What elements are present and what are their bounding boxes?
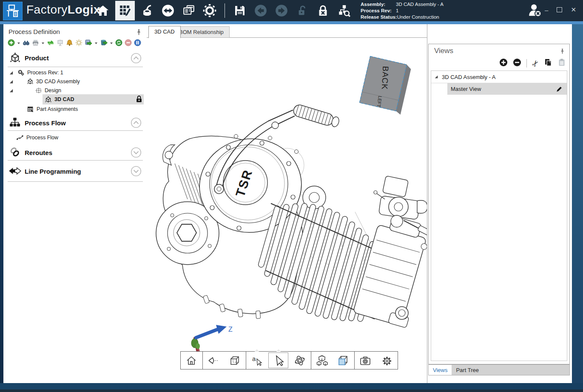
viewport-settings-button[interactable]: [376, 352, 398, 369]
feeder-icon: [141, 4, 154, 17]
line-programming-section-header[interactable]: Line Programming: [25, 168, 81, 175]
exchange-button[interactable]: [47, 39, 54, 48]
unlock-icon: [296, 5, 308, 17]
process-rev-value: 1: [396, 8, 398, 14]
process-rev-label: Process Rev:: [361, 8, 396, 14]
cut-button[interactable]: ✂: [529, 58, 541, 69]
edit-pencil-icon[interactable]: [556, 86, 563, 93]
window-controls: – ✕: [545, 6, 576, 14]
pin-icon[interactable]: [135, 28, 142, 36]
notify-button[interactable]: [66, 39, 73, 48]
tree-item-assembly[interactable]: 3D CAD Assembly: [9, 77, 80, 86]
feeder-setup-button[interactable]: [139, 1, 156, 20]
redo-button[interactable]: [273, 1, 290, 20]
presentation-button[interactable]: [57, 39, 64, 48]
factorylogix-logo: [3, 2, 23, 20]
add-dropdown-caret[interactable]: [17, 42, 20, 44]
design-icon: [35, 87, 42, 94]
scissors-icon: ✂: [530, 58, 541, 68]
remove-view-button[interactable]: [513, 58, 521, 68]
archive-button[interactable]: [100, 39, 108, 48]
home-view-button[interactable]: [181, 352, 202, 369]
close-button[interactable]: ✕: [571, 6, 576, 14]
wireframe-mode-button[interactable]: [224, 352, 246, 369]
archive-dropdown-caret[interactable]: [110, 42, 113, 44]
copy-icon: [544, 58, 552, 67]
pause-button[interactable]: [134, 39, 141, 48]
audit-trail-button[interactable]: [336, 1, 353, 20]
sidebar-toolbar: [8, 39, 141, 48]
expander-icon[interactable]: [9, 88, 14, 93]
tree-item-design[interactable]: Design: [9, 86, 61, 95]
text-select-button[interactable]: a: [246, 352, 268, 369]
config-button[interactable]: [75, 39, 82, 48]
reroutes-section-header[interactable]: Reroutes: [25, 149, 52, 156]
lock-button[interactable]: [315, 1, 332, 20]
explode-view-button[interactable]: [311, 352, 333, 369]
reroutes-expand-icon[interactable]: [131, 147, 142, 158]
line-programming-expand-icon[interactable]: [131, 166, 142, 177]
tree-item-process-rev[interactable]: Process Rev: 1: [9, 68, 63, 77]
stop-icon: [125, 39, 132, 46]
paste-button[interactable]: [557, 58, 566, 68]
print-button[interactable]: [32, 39, 39, 48]
dropdown-caret-icon[interactable]: [276, 349, 281, 352]
add-view-button[interactable]: [499, 58, 508, 68]
process-definition-button[interactable]: [115, 1, 135, 20]
orbit-button[interactable]: [289, 352, 311, 369]
save-button[interactable]: [231, 1, 248, 20]
minimize-button[interactable]: –: [545, 6, 548, 14]
pause-icon: [134, 39, 141, 46]
view-cube[interactable]: BACK LEFT: [359, 56, 412, 115]
snapshot-button[interactable]: [355, 352, 376, 369]
sync-button[interactable]: [159, 1, 176, 20]
views-tree-master-view[interactable]: Master View: [447, 83, 567, 95]
home-button[interactable]: [94, 1, 111, 20]
expander-icon[interactable]: [434, 75, 438, 79]
product-section-header[interactable]: Product: [25, 54, 49, 62]
release-status-value: Under Construction: [397, 14, 439, 20]
desk-logo-icon: [3, 2, 22, 20]
process-flow-section-header[interactable]: Process Flow: [25, 119, 66, 127]
settings-button[interactable]: [201, 1, 218, 20]
unlock-button[interactable]: [294, 1, 311, 20]
brand-factory: Factory: [26, 3, 68, 16]
back-arrow-icon: [254, 4, 267, 17]
tree-item-part-assignments[interactable]: Part Assignments: [27, 104, 78, 114]
wireframe-cube-icon: [229, 355, 241, 367]
views-tree-root[interactable]: 3D CAD Assembly - A: [431, 71, 567, 83]
print-dropdown-caret[interactable]: [42, 42, 44, 44]
tab-3d-cad[interactable]: 3D CAD: [148, 26, 181, 38]
expander-icon[interactable]: [9, 71, 14, 75]
pin-icon[interactable]: [559, 48, 566, 54]
expander-icon[interactable]: [9, 79, 14, 84]
cad-canvas[interactable]: TSR: [147, 38, 427, 383]
tab-views[interactable]: Views: [429, 365, 452, 375]
tab-part-tree[interactable]: Part Tree: [452, 365, 483, 375]
stop-button[interactable]: [125, 39, 132, 48]
add-button[interactable]: [8, 39, 15, 48]
copy-button[interactable]: [544, 58, 552, 68]
tree-item-3d-cad[interactable]: 3D CAD: [45, 95, 74, 104]
refresh-button[interactable]: [115, 39, 122, 48]
find-button[interactable]: [23, 39, 30, 48]
dropdown-caret-icon[interactable]: [255, 349, 259, 352]
look-at-button[interactable]: [203, 352, 225, 369]
section-view-button[interactable]: [333, 352, 354, 369]
undo-button[interactable]: [252, 1, 269, 20]
deploy-button[interactable]: [85, 39, 92, 48]
deploy-dropdown-caret[interactable]: [95, 42, 97, 44]
accent-strip: [0, 21, 583, 24]
home-icon: [97, 4, 109, 17]
presentation-icon: [57, 39, 64, 46]
process-flow-collapse-icon[interactable]: [131, 117, 142, 128]
tab-bom-relationship[interactable]: BOM Relationship: [173, 26, 230, 38]
title-bar: FactoryLogix™: [0, 0, 583, 21]
documents-icon: [182, 4, 196, 17]
logout-button[interactable]: [527, 3, 543, 20]
pointer-select-button[interactable]: [267, 352, 289, 369]
documents-button[interactable]: [180, 1, 197, 20]
maximize-button[interactable]: [557, 7, 562, 12]
tree-item-process-flow[interactable]: Process Flow: [16, 133, 58, 142]
product-collapse-icon[interactable]: [131, 53, 142, 64]
